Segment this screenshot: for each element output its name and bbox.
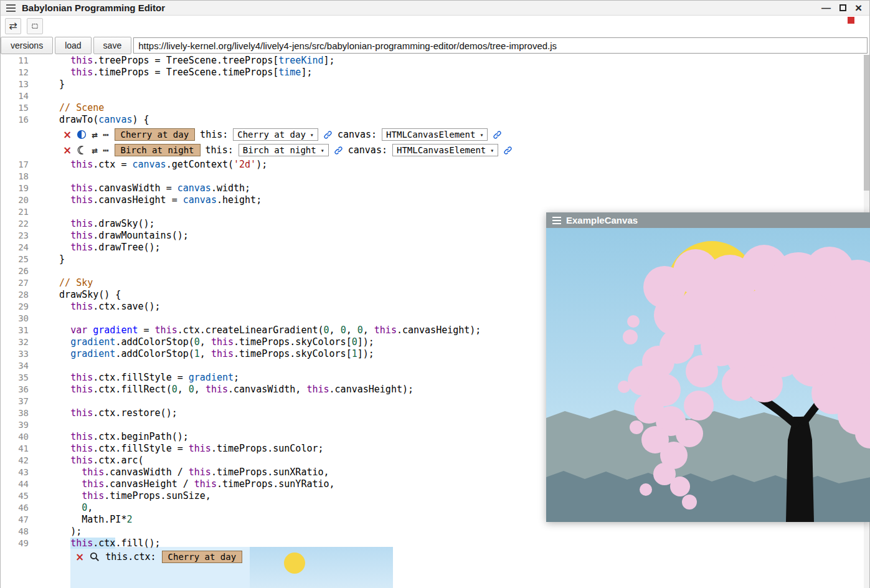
line-number: 28: [1, 289, 29, 301]
close-icon[interactable]: ×: [855, 2, 862, 14]
code-line[interactable]: 19 this.canvasWidth = canvas.width;: [1, 183, 869, 194]
code-text: this.ctx.arc(: [48, 455, 144, 467]
code-text: this.drawTree();: [48, 242, 161, 254]
code-line[interactable]: 20 this.canvasHeight = canvas.height;: [1, 194, 869, 206]
probed-expression: this.ctx:: [105, 551, 156, 562]
link-icon[interactable]: [323, 130, 333, 140]
chevron-down-icon: ▾: [480, 131, 483, 138]
line-number: 47: [1, 514, 29, 526]
link-icon[interactable]: [493, 130, 502, 140]
line-number: 20: [1, 194, 29, 206]
code-line[interactable]: 17 this.ctx = canvas.getContext('2d');: [1, 159, 869, 171]
canvas-value-select[interactable]: HTMLCanvasElement ▾: [382, 128, 488, 141]
day-toggle-icon[interactable]: [77, 130, 87, 140]
load-button[interactable]: load: [55, 37, 91, 54]
file-toolbar: versions load save: [1, 36, 869, 55]
code-text: );: [48, 526, 82, 538]
line-number: 24: [1, 242, 29, 254]
more-icon[interactable]: ⋯: [103, 145, 110, 156]
code-text: this.drawSky();: [48, 218, 155, 230]
line-number: 38: [1, 407, 29, 419]
probe-canvas-preview: [250, 547, 393, 588]
example-name-button[interactable]: Cherry at day: [115, 128, 196, 141]
chevron-down-icon: ▾: [321, 147, 324, 154]
icon-toolbar: ⇄: [1, 16, 869, 36]
line-number: 36: [1, 384, 29, 396]
close-icon[interactable]: ×: [63, 130, 72, 140]
marquee-icon: [31, 21, 39, 31]
line-number: 33: [1, 348, 29, 360]
code-line[interactable]: 11 this.treeProps = TreeScene.treeProps[…: [1, 55, 869, 67]
line-number: 16: [1, 114, 29, 126]
swap-icon[interactable]: ⇄: [92, 145, 98, 156]
swap-arrows-button[interactable]: ⇄: [5, 18, 21, 34]
code-text: 0,: [48, 502, 93, 514]
line-number: 30: [1, 313, 29, 325]
night-toggle-icon[interactable]: [77, 145, 87, 155]
line-number: 15: [1, 102, 29, 114]
example-name-button[interactable]: Cherry at day: [162, 551, 243, 563]
code-line[interactable]: 14: [1, 90, 869, 102]
example-canvas-titlebar[interactable]: ExampleCanvas: [546, 212, 870, 228]
this-value-select[interactable]: Birch at night ▾: [239, 144, 329, 156]
menu-icon[interactable]: [6, 4, 16, 12]
code-line[interactable]: 16 drawTo(canvas) {: [1, 114, 869, 126]
code-text: this.canvasWidth / this.timeProps.sunXRa…: [48, 467, 329, 478]
line-number: 34: [1, 360, 29, 372]
code-text: this.canvasHeight / this.timeProps.sunYR…: [48, 478, 335, 490]
line-number: 23: [1, 230, 29, 242]
this-label: this:: [200, 129, 228, 140]
line-number: 29: [1, 301, 29, 313]
this-value: Birch at night: [243, 145, 316, 155]
maximize-icon[interactable]: [839, 4, 846, 11]
code-text: this.canvasWidth = canvas.width;: [48, 183, 250, 194]
magnifier-icon[interactable]: [90, 552, 100, 562]
code-text: gradient.addColorStop(1, this.timeProps.…: [48, 348, 374, 360]
code-line[interactable]: 13 }: [1, 78, 869, 90]
versions-button[interactable]: versions: [1, 37, 53, 54]
code-line[interactable]: 18: [1, 171, 869, 183]
canvas-value: HTMLCanvasElement: [386, 130, 475, 140]
code-line[interactable]: 15 // Scene: [1, 102, 869, 114]
this-value: Cherry at day: [237, 130, 306, 140]
chevron-down-icon: ▾: [310, 131, 314, 138]
code-line[interactable]: 12 this.timeProps = TreeScene.timeProps[…: [1, 67, 869, 78]
example-name-button[interactable]: Birch at night: [115, 144, 201, 156]
line-number: 26: [1, 265, 29, 277]
preview-sun: [284, 552, 305, 574]
marquee-button[interactable]: [27, 18, 43, 34]
scrollbar-thumb[interactable]: [864, 55, 869, 191]
line-number: 42: [1, 455, 29, 467]
code-text: Math.PI*2: [48, 514, 132, 526]
swap-icon[interactable]: ⇄: [92, 129, 98, 141]
line-number: 17: [1, 159, 29, 171]
code-text: this.drawMountains();: [48, 230, 189, 242]
line-number: 39: [1, 419, 29, 431]
code-text: this.canvasHeight = canvas.height;: [48, 194, 262, 206]
code-line[interactable]: 48 );: [1, 526, 869, 538]
menu-icon[interactable]: [552, 217, 561, 224]
link-icon[interactable]: [334, 146, 343, 155]
this-label: this:: [206, 145, 234, 156]
canvas-value-select[interactable]: HTMLCanvasElement ▾: [392, 144, 498, 156]
line-number: 18: [1, 171, 29, 183]
minimize-icon[interactable]: —: [821, 3, 831, 12]
canvas-label: canvas:: [348, 145, 387, 156]
url-input[interactable]: [133, 37, 868, 54]
this-value-select[interactable]: Cherry at day ▾: [233, 128, 318, 141]
swap-arrows-icon: ⇄: [9, 20, 17, 32]
link-icon[interactable]: [503, 146, 513, 155]
code-text: this.ctx.restore();: [48, 407, 177, 419]
inline-probe-panel: × this.ctx: Cherry at day: [70, 547, 393, 588]
code-text: this.ctx.fillRect(0, 0, this.canvasWidth…: [48, 384, 414, 396]
close-icon[interactable]: ×: [63, 145, 72, 156]
close-icon[interactable]: ×: [75, 552, 84, 562]
line-number: 45: [1, 490, 29, 502]
save-button[interactable]: save: [93, 37, 132, 54]
more-icon[interactable]: ⋯: [103, 129, 110, 141]
example-canvas-window[interactable]: ExampleCanvas: [546, 212, 870, 522]
line-number: 14: [1, 90, 29, 102]
code-text: // Sky: [48, 277, 93, 289]
code-text: }: [48, 78, 65, 90]
code-text: this.ctx.fillStyle = this.timeProps.sunC…: [48, 443, 324, 455]
